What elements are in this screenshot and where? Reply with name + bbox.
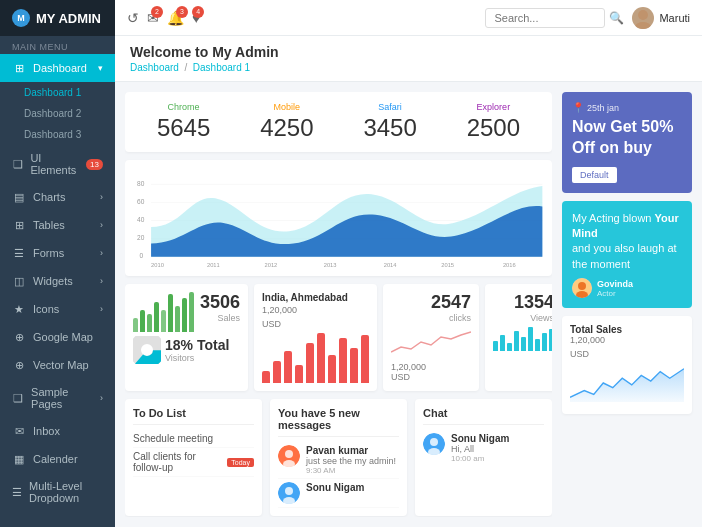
- stat-mobile-value: 4250: [238, 114, 335, 142]
- search-input[interactable]: [485, 8, 605, 28]
- promo-button[interactable]: Default: [572, 167, 617, 183]
- sidebar-label-calender: Calender: [33, 453, 78, 465]
- stat-mobile-label: Mobile: [238, 102, 335, 112]
- dashboard-arrow: ▾: [98, 63, 103, 73]
- forms-icon: ☰: [12, 246, 26, 260]
- messages-card: You have 5 new messages Pavan kumar just…: [270, 399, 407, 516]
- svg-text:2014: 2014: [384, 262, 398, 268]
- quote-normal: My Acting blown: [572, 212, 655, 224]
- sidebar-label-icons: Icons: [33, 303, 59, 315]
- sidebar-item-vector-map[interactable]: ⊕ Vector Map: [0, 351, 115, 379]
- msg-avatar-2: [278, 482, 300, 504]
- clicks-label: clicks: [391, 313, 471, 323]
- svg-text:2012: 2012: [265, 262, 278, 268]
- mid-stats-row: 3506 Sales 18% Total Visitors: [125, 284, 552, 391]
- chat-avatar-1: [423, 433, 445, 455]
- sidebar-item-icons[interactable]: ★ Icons ›: [0, 295, 115, 323]
- chart-svg: 80 60 40 20 0: [133, 168, 544, 278]
- icons-icon: ★: [12, 302, 26, 316]
- promo-date: 25th jan: [587, 103, 619, 113]
- quote-avatar: [572, 278, 592, 298]
- svg-text:20: 20: [137, 234, 145, 241]
- visitors-pct: 18% Total: [165, 337, 229, 353]
- sales-bottom: 18% Total Visitors: [133, 336, 240, 364]
- sidebar-label-dashboard: Dashboard: [33, 62, 87, 74]
- sidebar-item-sample-pages[interactable]: ❑ Sample Pages ›: [0, 379, 115, 417]
- svg-text:2010: 2010: [151, 262, 164, 268]
- charts-icon: ▤: [12, 190, 26, 204]
- total-sales-amount: 1,20,000: [570, 335, 684, 345]
- sidebar-item-dashboard3[interactable]: Dashboard 3: [0, 124, 115, 145]
- sidebar-item-dashboard[interactable]: ⊞ Dashboard ▾: [0, 54, 115, 82]
- visitors-label: Visitors: [165, 353, 229, 363]
- sidebar-item-tables[interactable]: ⊞ Tables ›: [0, 211, 115, 239]
- sidebar-item-charts[interactable]: ▤ Charts ›: [0, 183, 115, 211]
- svg-text:2011: 2011: [207, 262, 220, 268]
- total-sales-title: Total Sales: [570, 324, 684, 335]
- sidebar-label-sample-pages: Sample Pages: [31, 386, 93, 410]
- msg-content-2: Sonu Nigam: [306, 482, 364, 504]
- sidebar-item-google-map[interactable]: ⊕ Google Map: [0, 323, 115, 351]
- stat-explorer-value: 2500: [445, 114, 542, 142]
- app-title: MY ADMIN: [36, 11, 101, 26]
- sidebar-item-widgets[interactable]: ◫ Widgets ›: [0, 267, 115, 295]
- msg-name-2: Sonu Nigam: [306, 482, 364, 493]
- heart-button[interactable]: ♥ 4: [192, 10, 200, 26]
- svg-text:40: 40: [137, 216, 145, 223]
- google-map-icon: ⊕: [12, 330, 26, 344]
- sidebar-item-forms[interactable]: ☰ Forms ›: [0, 239, 115, 267]
- breadcrumb-link2[interactable]: Dashboard 1: [193, 62, 250, 73]
- charts-arrow: ›: [100, 192, 103, 202]
- stat-explorer: Explorer 2500: [445, 102, 542, 142]
- msg-text-1: just see the my admin!: [306, 456, 396, 466]
- msg-avatar-1: [278, 445, 300, 467]
- right-cards: 📍 25th jan Now Get 50% Off on buy Defaul…: [562, 92, 692, 517]
- search-icon[interactable]: 🔍: [609, 11, 624, 25]
- sidebar-item-ui-elements[interactable]: ❑ UI Elements 13: [0, 145, 115, 183]
- stat-mobile: Mobile 4250: [238, 102, 335, 142]
- sidebar-label-forms: Forms: [33, 247, 64, 259]
- msg-time-1: 9:30 AM: [306, 466, 396, 475]
- sidebar-item-multi-dropdown[interactable]: ☰ Multi-Level Dropdown: [0, 473, 115, 511]
- svg-text:80: 80: [137, 180, 145, 187]
- india-card: India, Ahmedabad 1,20,000 USD: [254, 284, 377, 391]
- todo-text-2: Call clients for follow-up: [133, 451, 223, 473]
- sidebar-item-dashboard2[interactable]: Dashboard 2: [0, 103, 115, 124]
- stats-row: Chrome 5645 Mobile 4250 Safari 3450 Expl…: [125, 92, 552, 152]
- msg-content-1: Pavan kumar just see the my admin! 9:30 …: [306, 445, 396, 475]
- heart-badge: 4: [192, 6, 204, 18]
- sales-bars: [133, 292, 194, 332]
- chat-title: Chat: [423, 407, 544, 425]
- sidebar-label-ui: UI Elements: [30, 152, 79, 176]
- sample-pages-icon: ❑: [12, 391, 24, 405]
- user-menu[interactable]: Maruti: [632, 7, 690, 29]
- stat-explorer-label: Explorer: [445, 102, 542, 112]
- bell-badge: 3: [176, 6, 188, 18]
- quote-author: Govinda Actor: [572, 278, 682, 298]
- todo-title: To Do List: [133, 407, 254, 425]
- sidebar-item-dashboard1[interactable]: Dashboard 1: [0, 82, 115, 103]
- sidebar-label-google-map: Google Map: [33, 331, 93, 343]
- sidebar-logo: M MY ADMIN: [0, 0, 115, 36]
- chat-time-1: 10:00 am: [451, 454, 509, 463]
- views-card: 1354 Views: [485, 284, 552, 391]
- sales-label: Sales: [200, 313, 240, 323]
- refresh-button[interactable]: ↺: [127, 10, 139, 26]
- stat-chrome: Chrome 5645: [135, 102, 232, 142]
- sidebar-item-calender[interactable]: ▦ Calender: [0, 445, 115, 473]
- quote-author-info: Govinda Actor: [597, 279, 633, 298]
- clicks-currency: USD: [391, 372, 471, 382]
- views-value: 1354: [493, 292, 552, 313]
- breadcrumb-link1[interactable]: Dashboard: [130, 62, 179, 73]
- sidebar-label-widgets: Widgets: [33, 275, 73, 287]
- widgets-icon: ◫: [12, 274, 26, 288]
- bell-button[interactable]: 🔔 3: [167, 10, 184, 26]
- tables-icon: ⊞: [12, 218, 26, 232]
- mail-badge: 2: [151, 6, 163, 18]
- sidebar: M MY ADMIN Main Menu ⊞ Dashboard ▾ Dashb…: [0, 0, 115, 527]
- left-content: Chrome 5645 Mobile 4250 Safari 3450 Expl…: [125, 92, 552, 517]
- mail-button[interactable]: ✉ 2: [147, 10, 159, 26]
- sidebar-item-inbox[interactable]: ✉ Inbox: [0, 417, 115, 445]
- quote-author-role: Actor: [597, 289, 633, 298]
- chat-text-1: Hi, All: [451, 444, 509, 454]
